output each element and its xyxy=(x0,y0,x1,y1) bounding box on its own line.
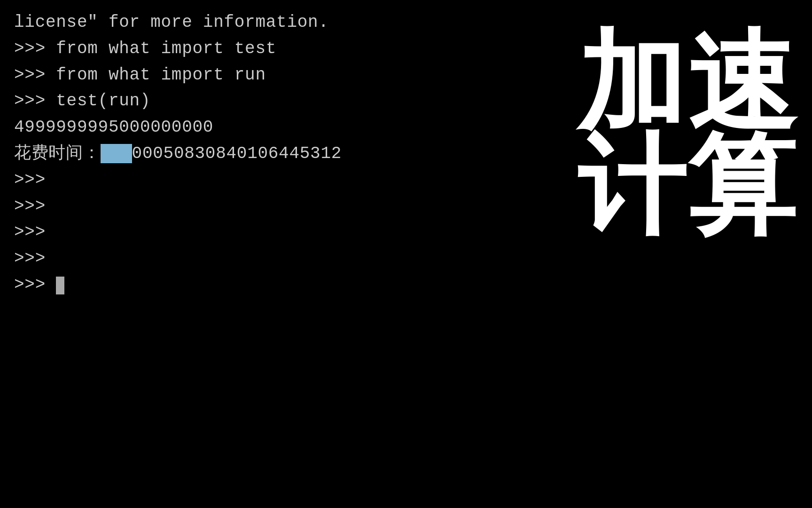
cursor-block xyxy=(56,277,64,294)
terminal-output: license" for more information. >>> from … xyxy=(0,0,812,508)
terminal-prompt-5: >>> xyxy=(14,272,798,298)
terminal-line-license: license" for more information. xyxy=(14,9,798,36)
terminal-prompt-1: >>> xyxy=(14,167,798,193)
terminal-prompt-4: >>> xyxy=(14,246,798,272)
terminal-line-time: 花费时间：0.000050830840106445312 xyxy=(14,141,798,167)
terminal-line-test-run: >>> test(run) xyxy=(14,88,798,114)
time-highlight: 0.0 xyxy=(101,144,132,163)
terminal-line-import-test: >>> from what import test xyxy=(14,36,798,62)
terminal-line-import-run: >>> from what import run xyxy=(14,62,798,88)
terminal-prompt-2: >>> xyxy=(14,193,798,220)
terminal-prompt-3: >>> xyxy=(14,219,798,246)
terminal-line-result: 4999999995000000000 xyxy=(14,114,798,141)
